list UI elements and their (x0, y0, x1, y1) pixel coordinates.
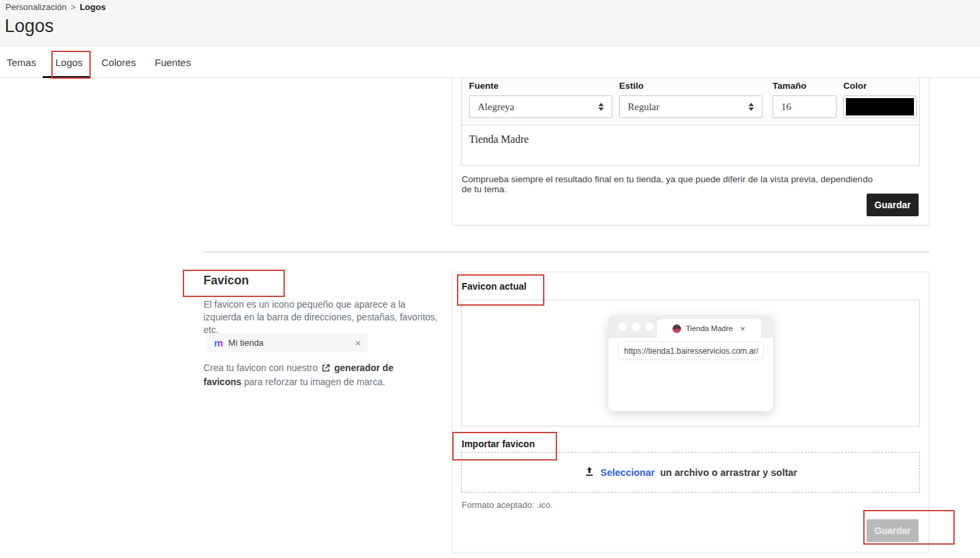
select-arrows-icon (749, 103, 754, 111)
breadcrumb: Personalización>Logos (5, 2, 105, 12)
save-favicon-button[interactable]: Guardar (867, 519, 919, 542)
format-note: Formato aceptado: .ico. (462, 500, 553, 510)
font-note: Comprueba siempre el resultado final en … (462, 174, 875, 194)
font-preview-text[interactable]: Tienda Madre (462, 125, 919, 165)
fuente-value: Alegreya (478, 101, 514, 113)
breadcrumb-separator: > (71, 2, 76, 12)
favicon-heading: Favicon (203, 274, 249, 288)
current-favicon-chip: m Mi tienda × (207, 333, 368, 352)
estilo-value: Regular (628, 101, 659, 113)
generator-text-before: Crea tu favicon con nuestro (203, 362, 318, 373)
tab-temas[interactable]: Temas (7, 46, 36, 78)
tab-logos[interactable]: Logos (55, 46, 83, 78)
generator-text-after: para reforzar tu imagen de marca. (244, 376, 386, 387)
logos-settings-page: Personalización>Logos Logos Temas Logos … (0, 0, 980, 558)
tab-fuentes[interactable]: Fuentes (155, 46, 191, 78)
tab-colores[interactable]: Colores (101, 46, 136, 78)
browser-url-row: https://tienda1.bairesservicios.com.ar/ (608, 338, 773, 362)
breadcrumb-parent[interactable]: Personalización (5, 2, 67, 12)
color-picker[interactable] (843, 95, 917, 118)
estilo-label: Estilo (619, 81, 644, 91)
color-swatch (846, 98, 914, 115)
close-icon: × (740, 324, 745, 334)
fuente-select[interactable]: Alegreya (469, 95, 612, 118)
tamano-label: Tamaño (773, 81, 807, 91)
browser-url: https://tienda1.bairesservicios.com.ar/ (618, 342, 764, 360)
window-dots-icon (618, 315, 654, 338)
store-name-label: Mi tienda (228, 338, 264, 348)
favicon-dropzone[interactable]: Seleccionar un archivo o arrastrar y sol… (461, 452, 920, 493)
external-link-icon (322, 363, 330, 376)
upload-text: un archivo o arrastrar y soltar (660, 467, 797, 478)
tabs-bar: Temas Logos Colores Fuentes (0, 46, 980, 78)
browser-mockup-topbar: Tienda Madre × (608, 315, 773, 338)
close-icon[interactable]: × (355, 337, 361, 348)
favicon-generator-text: Crea tu favicon con nuestro generador de… (203, 362, 430, 388)
page-title: Logos (5, 16, 54, 37)
section-divider (203, 252, 929, 252)
browser-tab-title: Tienda Madre (686, 324, 733, 332)
favicon-card: Favicon actual Tienda Madre × https://ti… (452, 272, 929, 553)
active-tab-underline (43, 76, 89, 78)
color-label: Color (843, 81, 867, 91)
store-logo-icon: m (214, 338, 223, 348)
favicon-actual-label: Favicon actual (462, 281, 526, 292)
fuente-label: Fuente (469, 81, 498, 91)
estilo-select[interactable]: Regular (619, 95, 763, 118)
favicon-preview-box: Tienda Madre × https://tienda1.bairesser… (461, 300, 920, 427)
font-settings-card: Fuente Alegreya Estilo Regular Tamaño (452, 78, 929, 226)
favicon-description: El favicon es un icono pequeño que apare… (203, 298, 438, 336)
page-header: Personalización>Logos Logos (0, 0, 980, 46)
browser-tab: Tienda Madre × (657, 319, 761, 338)
browser-mockup: Tienda Madre × https://tienda1.bairesser… (608, 315, 773, 411)
select-arrows-icon (598, 103, 604, 111)
save-button[interactable]: Guardar (867, 194, 919, 216)
font-fields-row: Fuente Alegreya Estilo Regular Tamaño (462, 78, 919, 125)
upload-icon (584, 466, 595, 479)
font-fieldset: Fuente Alegreya Estilo Regular Tamaño (461, 78, 920, 166)
seleccionar-link[interactable]: Seleccionar (600, 467, 654, 478)
tamano-input[interactable]: 16 (773, 95, 837, 118)
browser-body (608, 362, 773, 411)
favicon-image (672, 324, 681, 333)
importar-favicon-label: Importar favicon (462, 439, 535, 449)
breadcrumb-current: Logos (79, 2, 105, 12)
